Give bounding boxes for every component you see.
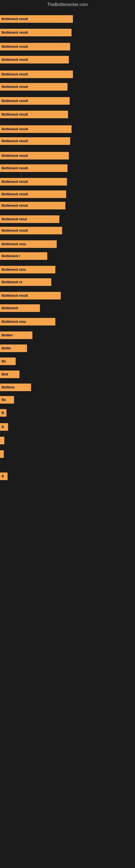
bar-row: Bottleneck [0,304,135,312]
bottleneck-bar: Bottleneck r [0,252,47,260]
bar-row: Bottleneck result [0,28,135,37]
bottleneck-bar: Bottleneck result [0,97,70,105]
bar-row: B [0,423,135,431]
bar-row: Bottleneck result [0,226,135,235]
bar-row: Bottleneck resu [0,265,135,274]
bar-row: Bottleneck result [0,97,135,105]
bar-row [0,436,135,445]
bottleneck-bar: Bottleneck result [0,111,68,118]
bar-row: B [0,408,135,417]
bar-row: Bottleneck result [0,125,135,133]
bottleneck-bar [0,437,4,444]
bottleneck-bar: Bottleneck result [0,190,66,198]
bar-row: Bottleneck result [0,42,135,51]
bar-row: Bottleneck result [0,55,135,64]
bar-row: Bottleneck result [0,190,135,198]
bottleneck-bar: Bottleneck result [0,137,70,145]
bottleneck-bar: Bottlen [0,332,32,339]
bar-row: Bottleneck result [0,151,135,160]
bar-row: Bottleneck r [0,252,135,260]
bottleneck-bar: Bo [0,358,16,365]
bar-row: Bottleneck result [0,70,135,79]
bottleneck-bar: B [0,472,8,480]
bottleneck-bar: B [0,409,6,416]
bar-row: Bottlen [0,331,135,340]
bar-row: Bottleneck re [0,278,135,286]
bottleneck-bar: Bottleneck result [0,292,61,300]
bottleneck-bar: Bottleneck result [0,202,65,209]
bar-row: Bottleneck resu [0,240,135,248]
bottleneck-bar: Bottleneck result [0,152,69,159]
bottleneck-bar: Bottleneck resu [0,318,55,326]
bars-container: Bottleneck resultBottleneck resultBottle… [0,9,135,485]
bottleneck-bar: Bottleneck result [0,70,73,78]
bottleneck-bar [0,450,4,458]
bottleneck-bar: Bottleneck resu [0,266,55,273]
bottleneck-bar: Bo [0,396,14,404]
bottleneck-bar: Bottleneck result [0,15,73,23]
bar-row: Bottlene [0,383,135,392]
bottleneck-bar: Bottlene [0,383,31,391]
bottleneck-bar: B [0,423,8,431]
bottleneck-bar: Bottleneck result [0,125,72,133]
bar-row [0,450,135,458]
bottleneck-bar: Bottleneck result [0,164,68,172]
bar-row: Bottleneck resul [0,215,135,223]
bottleneck-bar: Bottleneck result [0,43,70,51]
bar-row: Bottleneck result [0,201,135,210]
bar-row: Bottleneck result [0,164,135,173]
bar-row: Bottleneck result [0,137,135,145]
bar-row: Bottleneck result [0,14,135,23]
bottleneck-bar: Bottleneck result [0,83,68,91]
bottleneck-bar: Bott [0,371,19,378]
bottleneck-bar: Bottleneck [0,304,40,312]
bar-row: Bottle [0,344,135,352]
bottleneck-bar: Bottleneck result [0,29,72,36]
bar-row: Bottleneck resu [0,317,135,326]
bar-row: Bottleneck result [0,291,135,300]
bar-row: B [0,472,135,480]
bar-row: Bott [0,370,135,379]
bar-row: Bottleneck result [0,110,135,119]
bar-row: Bo [0,396,135,404]
bottleneck-bar: Bottleneck resul [0,215,59,223]
bar-row: Bo [0,357,135,366]
site-title: TheBottlenecker.com [0,0,135,9]
bottleneck-bar: Bottleneck result [0,56,69,63]
bar-row: Bottleneck result [0,83,135,91]
bottleneck-bar: Bottleneck resu [0,240,57,248]
bottleneck-bar: Bottle [0,344,27,352]
bar-row: Bottleneck result [0,177,135,186]
bottleneck-bar: Bottleneck result [0,178,67,186]
bottleneck-bar: Bottleneck re [0,278,51,286]
bottleneck-bar: Bottleneck result [0,227,62,235]
